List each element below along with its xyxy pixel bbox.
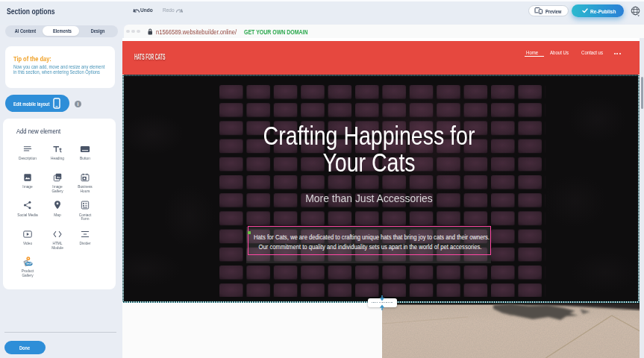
- svg-text:SHOP: SHOP: [26, 262, 32, 265]
